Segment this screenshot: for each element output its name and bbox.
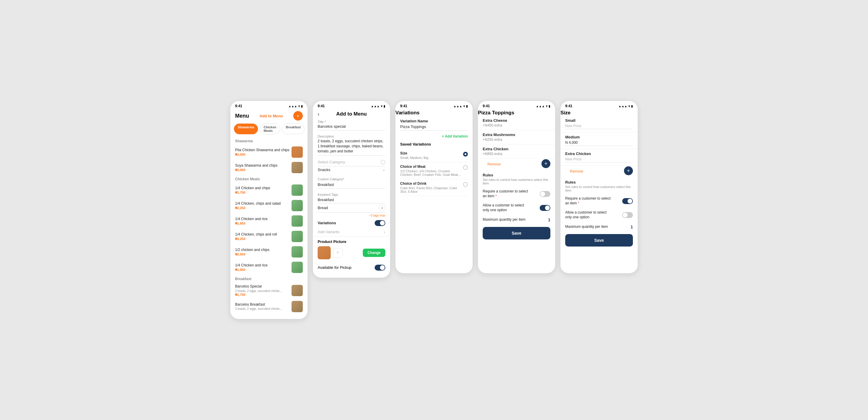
tab-shawarma[interactable]: Shawarma (234, 124, 258, 134)
rule-row-4-1: Require a customer to select an item * (478, 187, 555, 201)
menu-item-9[interactable]: Barcelos Special 2 toasts, 2 eggs, succu… (230, 282, 308, 299)
keyword-tags-section: Keyword Tags Breakfast Bread + ~3 tags m… (313, 193, 390, 217)
menu-item-8[interactable]: 1/4 Chicken and rice ₦1,850 (230, 260, 308, 275)
menu-item-6[interactable]: 1/4 Chicken, chips and roll ₦3,250 (230, 229, 308, 244)
item-info-1: Pita Chicken Shawarma and chips ₦2,000 (235, 148, 289, 156)
variation-title-1: Size (400, 151, 428, 155)
variation-radio-2[interactable] (463, 165, 468, 170)
change-picture-button[interactable]: Change (363, 249, 385, 257)
topping-name-3: Extra Chicken (483, 147, 550, 151)
menu-item-2[interactable]: Suya Shawarma and chips ₦2,000 (230, 160, 308, 175)
add-variation-label: + Add Variation (442, 134, 468, 139)
variation-title-2: Choice of Meat (400, 164, 463, 169)
available-toggle[interactable] (375, 265, 385, 271)
item-name-4: 1/4 Chicken, chips and salad (235, 201, 281, 206)
add-picture-button[interactable]: + (333, 248, 343, 258)
title-value[interactable]: Barcelos special (318, 124, 385, 130)
add-tag-button[interactable]: + (379, 205, 385, 211)
add-variation-button[interactable]: + Add Variation (395, 132, 473, 140)
tab-chicken-meals[interactable]: Chicken Meals (260, 124, 280, 134)
rule-qty-4: 1 (545, 217, 550, 222)
restaurant-logo: B (293, 111, 303, 121)
menu-item-1[interactable]: Pita Chicken Shawarma and chips ₦2,000 (230, 144, 308, 160)
keyword-tags-label: Keyword Tags (318, 193, 385, 196)
save-button-5[interactable]: Save (565, 234, 633, 246)
tab-breakfast[interactable]: Breakfast (282, 124, 305, 134)
size-price-1[interactable]: New Price (565, 124, 633, 129)
rule-toggle-4-2[interactable] (540, 205, 550, 211)
variation-info-1: Size Small, Medium, Big (400, 151, 428, 159)
topping-item-1: Extra Cheese +N450 extra (478, 116, 555, 130)
screens-container: 9:41 ▲▲▲ ▾ ▮ Menu Add to Menu B Shawarma… (230, 101, 638, 319)
rule-row-5-1: Require a customer to select an item * (560, 194, 638, 208)
size-price-2[interactable]: N 4,000 (565, 141, 633, 146)
item-price-2: ₦2,000 (235, 168, 278, 172)
variation-item-3[interactable]: Choice of Drink Coke 60cl, Fanta 60cl, C… (400, 179, 468, 196)
rule-toggle-4-1[interactable] (540, 191, 550, 197)
available-row: Available for Pickup (313, 262, 390, 273)
variation-radio-1[interactable] (463, 152, 468, 156)
custom-cat-label: Custom Category* (318, 177, 344, 181)
back-button-4[interactable]: ‹ (483, 110, 485, 116)
menu-item-3[interactable]: 1/4 Chicken and chips ₦1,700 (230, 182, 308, 198)
signal-icon-5: ▲▲▲ (618, 104, 627, 108)
chevron-down-icon[interactable]: ⌄ (382, 168, 385, 172)
back-button-3[interactable]: ‹ (400, 110, 402, 116)
item-name-6: 1/4 Chicken, chips and roll (235, 232, 277, 237)
tab-bar: Shawarma Chicken Meals Breakfast (230, 124, 308, 137)
rule-toggle-5-1[interactable] (622, 198, 633, 204)
variation-sub-2: 1/2 Chicken, 1/4 Chicken, Crusted Chicke… (400, 169, 463, 176)
select-cat-radio[interactable] (380, 160, 385, 164)
add-size-button[interactable]: + (624, 166, 633, 175)
product-picture-label: Product Picture (318, 239, 385, 244)
add-to-menu-button[interactable]: Add to Menu (259, 114, 283, 118)
wifi-icon-3: ▾ (463, 104, 465, 108)
item-img-4 (291, 200, 303, 211)
variations-toggle[interactable] (375, 220, 385, 226)
remove-button-4[interactable]: Remove (483, 162, 505, 166)
variation-item-2[interactable]: Choice of Meat 1/2 Chicken, 1/4 Chicken,… (400, 162, 468, 179)
add-topping-button[interactable]: + (541, 159, 550, 168)
custom-cat-field: Custom Category* Breakfast (318, 177, 385, 189)
add-variants-row[interactable]: Add Variants › (313, 228, 390, 236)
food-thumbnail (318, 246, 331, 259)
tag-1: Breakfast (318, 198, 334, 202)
topping-item-3: Extra Chicken +N850 extra (478, 144, 555, 159)
select-cat-field: Select Category Snacks ⌄ (318, 160, 385, 173)
menu-item-10[interactable]: Barcelos Breakfast 2 toasts, 2 eggs, suc… (230, 299, 308, 314)
back-button-5[interactable]: ‹ (565, 110, 567, 116)
status-icons-3: ▲▲▲ ▾ ▮ (453, 104, 468, 108)
wifi-icon-2: ▾ (381, 104, 382, 108)
select-category-row[interactable]: Select Category (318, 160, 385, 166)
topping-price-2[interactable]: +N250 extra (483, 138, 550, 142)
screen-menu: 9:41 ▲▲▲ ▾ ▮ Menu Add to Menu B Shawarma… (230, 101, 308, 319)
variation-title-3: Choice of Drink (400, 181, 463, 186)
screen-size: 9:41 ▲▲▲ ▾ ▮ ‹ Size Small New Price Medi… (560, 101, 638, 273)
rules-section-4: Rules Set rules to control how customers… (478, 170, 555, 187)
save-button-4[interactable]: Save (483, 227, 550, 239)
back-button-2[interactable]: ‹ (318, 111, 319, 117)
signal-icon-2: ▲▲▲ (371, 104, 380, 108)
variation-name-label: Variation Name (400, 119, 468, 123)
menu-item-4[interactable]: 1/4 Chicken, chips and salad ₦2,250 (230, 198, 308, 213)
size-price-3[interactable]: New Price (565, 157, 633, 162)
custom-cat-value[interactable]: Breakfast (318, 182, 385, 189)
variation-sub-3: Coke 60cl, Fanta 60cl, Chapman, Coke 35c… (400, 186, 463, 193)
variation-name-input[interactable]: Pizza Toppings (400, 124, 468, 131)
time-2: 9:41 (318, 104, 325, 108)
rule-label-4-3: Maximum quantity per item (483, 217, 525, 222)
topping-price-1[interactable]: +N450 extra (483, 123, 550, 127)
screen-add-to-menu: 9:41 ▲▲▲ ▾ ▮ ‹ Add to Menu Title * Barce… (313, 101, 390, 277)
variation-item-1[interactable]: Size Small, Medium, Big (400, 149, 468, 162)
menu-item-7[interactable]: 1/2 chicken and chips ₦2,650 (230, 244, 308, 260)
topping-price-3[interactable]: +N850 extra (483, 152, 550, 156)
item-price-3: ₦1,700 (235, 191, 270, 194)
menu-item-5[interactable]: 1/4 Chicken and rice ₦1,850 (230, 213, 308, 229)
rules-title-5: Rules (565, 180, 633, 184)
tag-row-2: Bread + (318, 205, 385, 213)
remove-button-5[interactable]: Remove (565, 169, 588, 174)
rule-row-5-2: Allow a customer to select only one opti… (560, 208, 638, 222)
rule-toggle-5-2[interactable] (622, 212, 633, 218)
desc-value[interactable]: 2 toasts, 2 eggs, succulent chicken stri… (318, 139, 385, 155)
variation-radio-3[interactable] (463, 182, 468, 187)
